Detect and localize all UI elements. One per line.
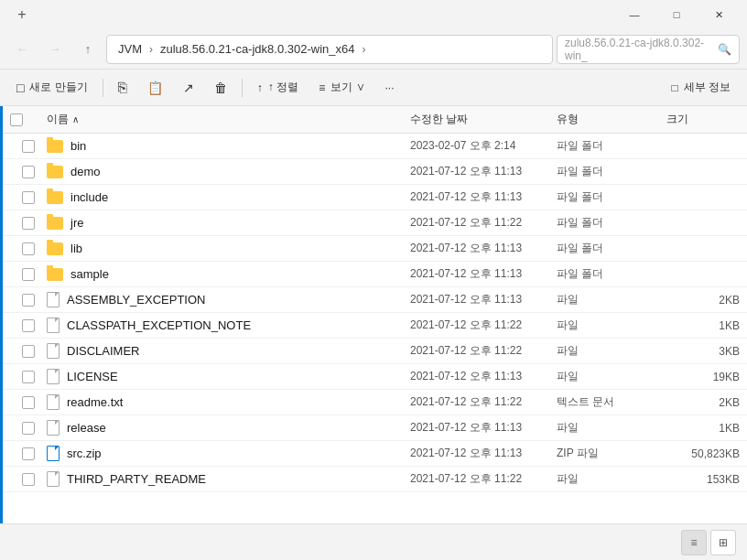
details-button[interactable]: □ 세부 정보	[662, 73, 740, 102]
header-checkbox[interactable]	[10, 113, 47, 126]
new-button[interactable]: □ 새로 만들기	[7, 73, 97, 102]
row-checkbox[interactable]	[22, 166, 35, 178]
share-button[interactable]: ↗	[174, 73, 203, 102]
list-view-icon: ≡	[690, 536, 697, 549]
row-checkbox-area	[10, 242, 47, 255]
view-button[interactable]: ≡ 보기 ∨	[309, 73, 374, 102]
list-item[interactable]: lib 2021-07-12 오후 11:13 파일 폴더	[3, 236, 747, 262]
row-checkbox[interactable]	[22, 422, 35, 435]
details-icon: □	[671, 81, 677, 94]
row-modified: 2021-07-12 오후 11:13	[410, 420, 557, 436]
delete-icon: 🗑	[214, 81, 227, 95]
row-checkbox[interactable]	[22, 447, 35, 460]
row-name: DISCLAIMER	[47, 343, 410, 359]
list-item[interactable]: CLASSPATH_EXCEPTION_NOTE 2021-07-12 오후 1…	[3, 313, 747, 339]
row-checkbox[interactable]	[22, 242, 35, 255]
list-item[interactable]: bin 2023-02-07 오후 2:14 파일 폴더	[3, 134, 747, 159]
list-item[interactable]: THIRD_PARTY_README 2021-07-12 오후 11:22 파…	[3, 467, 747, 492]
row-checkbox-area	[10, 371, 47, 383]
row-type: 파일 폴더	[557, 215, 666, 231]
header-type[interactable]: 유형	[557, 112, 666, 127]
sort-label: ↑ 정렬	[268, 80, 298, 95]
row-modified: 2021-07-12 오후 11:13	[410, 446, 557, 461]
list-item[interactable]: demo 2021-07-12 오후 11:13 파일 폴더	[3, 159, 747, 185]
toolbar: □ 새로 만들기 ⎘ 📋 ↗ 🗑 ↑ ↑ 정렬 ≡ 보기 ∨ ··· □ 세부 …	[0, 70, 747, 106]
row-checkbox[interactable]	[22, 396, 35, 409]
sort-button[interactable]: ↑ ↑ 정렬	[248, 73, 308, 102]
row-modified: 2021-07-12 오후 11:13	[410, 164, 557, 179]
row-type: 파일 폴더	[557, 241, 666, 256]
list-item[interactable]: include 2021-07-12 오후 11:13 파일 폴더	[3, 185, 747, 210]
forward-button[interactable]: →	[40, 35, 70, 64]
row-checkbox[interactable]	[22, 345, 35, 358]
statusbar: ≡ ⊞	[0, 523, 747, 560]
close-button[interactable]: ✕	[698, 0, 740, 29]
row-type: 텍스트 문서	[557, 394, 666, 410]
row-modified: 2021-07-12 오후 11:22	[410, 471, 557, 487]
paste-button[interactable]: 📋	[138, 73, 172, 102]
file-list-container: 이름 ∧ 수정한 날짜 유형 크기 bin 2023-02-07 오후 2:14…	[0, 106, 747, 523]
copy-button[interactable]: ⎘	[109, 73, 136, 102]
row-modified: 2021-07-12 오후 11:13	[410, 369, 557, 384]
view-label: 보기 ∨	[330, 80, 364, 95]
maximize-button[interactable]: □	[655, 0, 698, 29]
select-all-checkbox[interactable]	[10, 113, 23, 126]
row-checkbox[interactable]	[22, 473, 35, 486]
file-icon	[47, 369, 60, 384]
new-tab-button[interactable]: +	[7, 0, 37, 29]
row-checkbox[interactable]	[22, 217, 35, 230]
row-checkbox-area	[10, 447, 47, 460]
row-name: src.zip	[47, 446, 410, 461]
view-icon: ≡	[319, 81, 325, 94]
row-checkbox[interactable]	[22, 268, 35, 281]
row-name: release	[47, 420, 410, 436]
header-modified[interactable]: 수정한 날짜	[410, 112, 557, 127]
row-name: demo	[47, 165, 410, 178]
file-icon	[47, 343, 60, 359]
header-size[interactable]: 크기	[666, 112, 740, 127]
addressbar: ← → ↑ JVM › zulu8.56.0.21-ca-jdk8.0.302-…	[0, 29, 747, 70]
row-checkbox-area	[10, 166, 47, 178]
list-item[interactable]: readme.txt 2021-07-12 오후 11:22 텍스트 문서 2K…	[3, 390, 747, 415]
row-checkbox[interactable]	[22, 191, 35, 204]
row-size: 3KB	[666, 345, 740, 358]
address-path[interactable]: JVM › zulu8.56.0.21-ca-jdk8.0.302-win_x6…	[106, 35, 553, 64]
more-button[interactable]: ···	[376, 73, 404, 102]
list-item[interactable]: DISCLAIMER 2021-07-12 오후 11:22 파일 3KB	[3, 339, 747, 364]
path-separator-2: ›	[362, 43, 365, 56]
folder-icon	[47, 242, 63, 255]
row-modified: 2023-02-07 오후 2:14	[410, 138, 557, 154]
new-label: 새로 만들기	[29, 80, 87, 95]
list-view-button[interactable]: ≡	[681, 530, 707, 555]
row-name: THIRD_PARTY_README	[47, 471, 410, 487]
list-item[interactable]: sample 2021-07-12 오후 11:13 파일 폴더	[3, 262, 747, 287]
back-button[interactable]: ←	[7, 35, 37, 64]
row-checkbox-area	[10, 191, 47, 204]
row-modified: 2021-07-12 오후 11:13	[410, 292, 557, 307]
grid-view-button[interactable]: ⊞	[710, 530, 736, 555]
breadcrumb-folder[interactable]: zulu8.56.0.21-ca-jdk8.0.302-win_x64	[157, 40, 358, 58]
delete-button[interactable]: 🗑	[205, 73, 236, 102]
row-checkbox-area	[10, 268, 47, 281]
list-item[interactable]: ASSEMBLY_EXCEPTION 2021-07-12 오후 11:13 파…	[3, 287, 747, 313]
list-item[interactable]: jre 2021-07-12 오후 11:22 파일 폴더	[3, 210, 747, 236]
folder-icon	[47, 166, 63, 178]
list-item[interactable]: LICENSE 2021-07-12 오후 11:13 파일 19KB	[3, 364, 747, 390]
row-checkbox[interactable]	[22, 294, 35, 307]
row-type: 파일 폴더	[557, 266, 666, 282]
header-name[interactable]: 이름 ∧	[47, 112, 410, 127]
row-type: 파일 폴더	[557, 164, 666, 179]
row-checkbox[interactable]	[22, 319, 35, 332]
row-modified: 2021-07-12 오후 11:22	[410, 215, 557, 231]
folder-icon	[47, 268, 63, 281]
up-button[interactable]: ↑	[73, 35, 103, 64]
file-rows: bin 2023-02-07 오후 2:14 파일 폴더 demo 2021-0…	[3, 134, 747, 492]
row-checkbox[interactable]	[22, 140, 35, 153]
breadcrumb-jvm[interactable]: JVM	[114, 40, 146, 58]
search-box[interactable]: zulu8.56.0.21-ca-jdk8.0.302-win_ 🔍	[557, 35, 740, 64]
list-item[interactable]: release 2021-07-12 오후 11:13 파일 1KB	[3, 415, 747, 441]
row-checkbox-area	[10, 396, 47, 409]
list-item[interactable]: src.zip 2021-07-12 오후 11:13 ZIP 파일 50,82…	[3, 441, 747, 467]
minimize-button[interactable]: —	[613, 0, 655, 29]
row-checkbox[interactable]	[22, 371, 35, 383]
